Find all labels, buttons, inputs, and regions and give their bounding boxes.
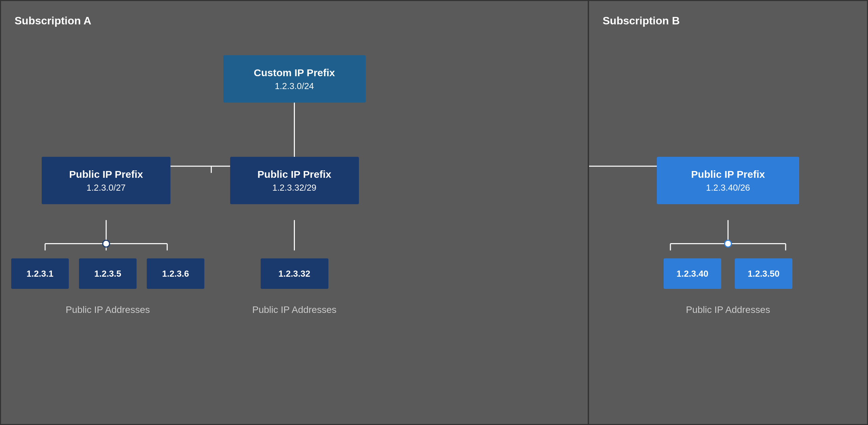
subscription-b-panel: Subscription B Public IP Prefix 1.2.3.40… bbox=[589, 1, 867, 424]
svg-point-11 bbox=[103, 240, 109, 247]
prefix-center-subtitle: 1.2.3.32/29 bbox=[272, 183, 316, 193]
leaf-left-3: 1.2.3.6 bbox=[147, 258, 204, 289]
prefix-center-title: Public IP Prefix bbox=[258, 168, 331, 180]
subscription-a-panel: Subscription A Cust bbox=[1, 1, 589, 424]
leaf-center: 1.2.3.32 bbox=[261, 258, 328, 289]
leaf-left-1: 1.2.3.1 bbox=[11, 258, 69, 289]
label-center: Public IP Addresses bbox=[230, 304, 359, 315]
custom-ip-prefix-title: Custom IP Prefix bbox=[254, 67, 335, 79]
label-left: Public IP Addresses bbox=[11, 304, 204, 315]
leaf-b-1: 1.2.3.40 bbox=[664, 258, 721, 289]
custom-ip-prefix-subtitle: 1.2.3.0/24 bbox=[275, 81, 314, 91]
leaf-group-b: 1.2.3.40 1.2.3.50 bbox=[664, 258, 792, 289]
leaf-center-group: 1.2.3.32 bbox=[261, 258, 328, 289]
leaf-b-2: 1.2.3.50 bbox=[735, 258, 792, 289]
subscription-a-label: Subscription A bbox=[15, 15, 574, 27]
leaf-left-2: 1.2.3.5 bbox=[79, 258, 137, 289]
prefix-center-node: Public IP Prefix 1.2.3.32/29 bbox=[230, 157, 359, 204]
main-container: Subscription A Cust bbox=[0, 0, 868, 425]
prefix-left-title: Public IP Prefix bbox=[69, 168, 143, 180]
svg-point-18 bbox=[725, 240, 731, 247]
custom-ip-prefix-node: Custom IP Prefix 1.2.3.0/24 bbox=[223, 55, 366, 103]
prefix-b-title: Public IP Prefix bbox=[691, 168, 765, 180]
subscription-b-label: Subscription B bbox=[603, 15, 853, 27]
connectors-b bbox=[589, 1, 867, 424]
prefix-b-node: Public IP Prefix 1.2.3.40/26 bbox=[657, 157, 799, 204]
label-b: Public IP Addresses bbox=[657, 304, 799, 315]
prefix-left-subtitle: 1.2.3.0/27 bbox=[86, 183, 126, 193]
prefix-b-subtitle: 1.2.3.40/26 bbox=[706, 183, 750, 193]
leaf-group-left: 1.2.3.1 1.2.3.5 1.2.3.6 bbox=[11, 258, 204, 289]
prefix-left-node: Public IP Prefix 1.2.3.0/27 bbox=[42, 157, 170, 204]
